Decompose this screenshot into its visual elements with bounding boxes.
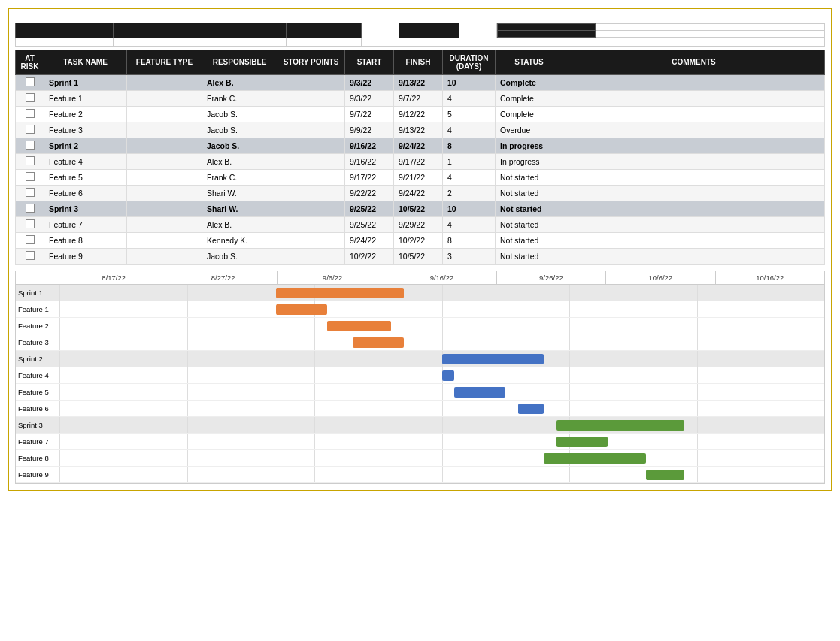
gantt-grid-line [314,334,315,350]
gantt-bar [353,337,404,348]
start-cell: 9/7/22 [345,106,394,122]
gantt-row-label: Sprint 3 [16,417,59,433]
at-risk-checkbox[interactable] [16,185,44,201]
gantt-date-label: 9/6/22 [278,271,387,284]
status-cell: Overdue [496,122,563,138]
gantt-grid-line [187,334,188,350]
gantt-grid-line [187,285,188,301]
status-cell: Complete [496,106,563,122]
gantt-grid-line [824,351,825,367]
gantt-row-label: Feature 5 [16,384,59,400]
gantt-row-content [59,417,824,433]
at-risk-checkbox[interactable] [16,169,44,185]
gantt-grid-line [187,301,188,317]
duration-cell: 10 [443,74,496,90]
responsible-cell: Kennedy K. [202,232,277,248]
gantt-grid-line [314,401,315,416]
gantt-bar [556,420,684,431]
feature-type-cell [127,232,202,248]
gantt-grid-line [824,367,825,383]
gantt-grid-line [569,367,570,383]
at-risk-checkbox[interactable] [16,138,44,153]
start-cell: 9/3/22 [345,74,394,90]
comments-cell [563,185,825,201]
duration-cell: 2 [443,185,496,201]
status-cell: Complete [496,74,563,90]
at-risk-checkbox[interactable] [16,216,44,232]
start-cell: 9/9/22 [345,122,394,138]
gantt-grid-line [59,367,60,383]
gantt-grid-line [824,450,825,466]
finish-cell: 9/21/22 [394,169,443,185]
gantt-row-content [59,384,824,400]
gantt-row-label: Feature 6 [16,401,59,416]
feature-type-cell [127,216,202,232]
at-risk-checkbox[interactable] [16,232,44,248]
gantt-grid-line [187,417,188,433]
story-points-cell [277,138,345,153]
gantt-grid-line [569,285,570,301]
feature-type-cell [127,185,202,201]
gantt-row: Feature 4 [16,367,824,384]
col-at-risk: ATRISK [16,50,44,74]
gantt-grid-line [187,367,188,383]
gantt-bar [454,387,505,398]
status-cell: In progress [496,138,563,153]
gantt-grid-line [824,417,825,433]
gantt-row-content [59,450,824,466]
table-row: Sprint 2 Jacob S. 9/16/22 9/24/22 8 In p… [16,138,825,153]
page-container: ATRISK TASK NAME FEATURE TYPE RESPONSIBL… [8,8,832,491]
status-cell: Not started [496,201,563,216]
table-row: Feature 2 Jacob S. 9/7/22 9/12/22 5 Comp… [16,106,825,122]
at-risk-checkbox[interactable] [16,201,44,216]
finish-cell: 9/24/22 [394,138,443,153]
gantt-grid-line [187,467,188,482]
gantt-grid-line [824,285,825,301]
comments-cell [563,232,825,248]
finish-cell: 10/5/22 [394,248,443,264]
task-name-cell: Feature 6 [44,185,127,201]
at-risk-checkbox[interactable] [16,90,44,106]
col-responsible: RESPONSIBLE [202,50,277,74]
gantt-grid-line [442,301,443,317]
status-cell: Not started [496,216,563,232]
gantt-row-content [59,318,824,334]
finish-cell: 9/24/22 [394,185,443,201]
at-risk-checkbox[interactable] [16,106,44,122]
gantt-grid-line [314,467,315,482]
responsible-cell: Alex B. [202,216,277,232]
gantt-grid-line [569,467,570,482]
story-points-cell [277,122,345,138]
at-risk-checkbox[interactable] [16,153,44,169]
gantt-row-label: Feature 4 [16,367,59,383]
gantt-bar [518,404,544,414]
gantt-grid-line [442,384,443,400]
finish-cell: 10/2/22 [394,232,443,248]
at-risk-checkbox[interactable] [16,248,44,264]
gantt-grid-line [59,351,60,367]
gantt-grid-line [187,434,188,449]
gantt-header: 8/17/228/27/229/6/229/16/229/26/2210/6/2… [16,271,824,285]
feature-type-cell [127,90,202,106]
gantt-grid-line [442,285,443,301]
gantt-row: Sprint 1 [16,285,824,301]
gantt-grid-line [569,401,570,416]
gantt-row-content [59,301,824,317]
project-info-table [15,23,825,47]
gantt-row-label: Feature 7 [16,434,59,449]
at-risk-checkbox[interactable] [16,122,44,138]
at-risk-checkbox[interactable] [16,74,44,90]
comments-cell [563,248,825,264]
start-cell: 9/24/22 [345,232,394,248]
gantt-grid-line [59,384,60,400]
comments-cell [563,216,825,232]
responsible-cell: Frank C. [202,169,277,185]
gantt-row-content [59,467,824,482]
gantt-row-content [59,367,824,383]
gantt-row-label: Feature 8 [16,450,59,466]
gantt-grid-line [824,301,825,317]
gantt-grid-line [569,334,570,350]
gantt-grid-line [824,334,825,350]
table-row: Sprint 1 Alex B. 9/3/22 9/13/22 10 Compl… [16,74,825,90]
story-points-cell [277,169,345,185]
